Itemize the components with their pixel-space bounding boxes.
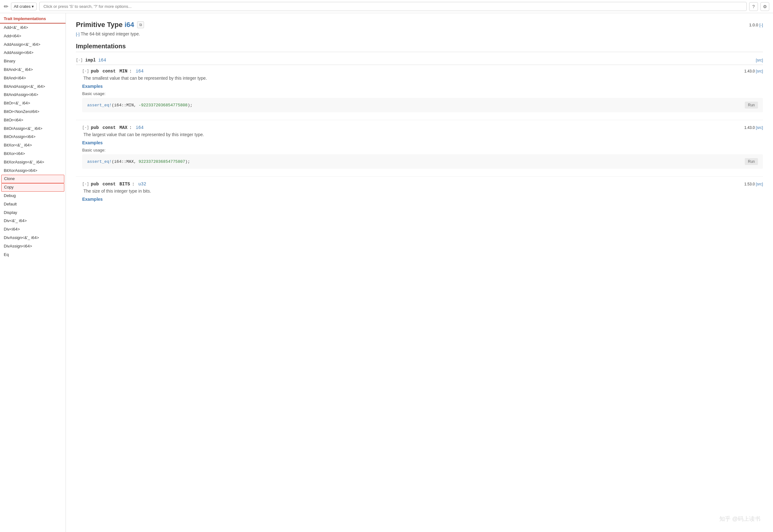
const-max-examples-title[interactable]: Examples: [82, 140, 763, 145]
sidebar-item-bitxorassign-ref-i64[interactable]: BitXorAssign<&'_ i64>: [0, 158, 66, 167]
const-max-item: [-] pub const MAX : i64 1.43.0 [src]: [76, 125, 763, 169]
impl-src-link[interactable]: [src]: [756, 58, 763, 62]
const-min-examples-title[interactable]: Examples: [82, 84, 763, 89]
crate-selector-arrow: ▾: [32, 4, 34, 9]
const-min-src-link[interactable]: [src]: [756, 69, 763, 73]
const-min-version-src: 1.43.0 [src]: [744, 69, 763, 73]
sidebar-item-default[interactable]: Default: [0, 200, 66, 209]
main-layout: Trait Implementations Add<&'_ i64> Add<i…: [0, 13, 773, 532]
sidebar-item-bitor-ref-i64[interactable]: BitOr<&'_ i64>: [0, 99, 66, 108]
page-description: [-] The 64-bit signed integer type.: [76, 31, 763, 36]
crate-selector[interactable]: All crates ▾: [11, 3, 37, 10]
sidebar-item-bitandassign-i64[interactable]: BitAndAssign<i64>: [0, 91, 66, 99]
const-max-type: i64: [136, 125, 143, 130]
const-bits-const: const: [103, 182, 116, 187]
const-min-desc: The smallest value that can be represent…: [82, 76, 763, 81]
run-min-button[interactable]: Run: [745, 102, 758, 109]
impl-header: [-] impl i64 [src]: [76, 56, 763, 65]
main-content: Primitive Type i64 ⧉ 1.0.0 [-] [-] The 6…: [66, 13, 773, 532]
page-title: Primitive Type i64: [76, 21, 134, 29]
const-min-header-left: [-] pub const MIN : i64: [82, 69, 144, 74]
sidebar-item-bitxorassign-i64[interactable]: BitXorAssign<i64>: [0, 167, 66, 175]
const-max-const: const: [103, 125, 116, 130]
const-min-collapse[interactable]: [-]: [82, 69, 89, 73]
description-collapse[interactable]: [-]: [76, 32, 80, 36]
pencil-icon[interactable]: ✏: [4, 3, 8, 10]
type-name: i64: [125, 21, 134, 29]
sidebar-item-bitand-i64[interactable]: BitAnd<i64>: [0, 74, 66, 82]
impl-type-name: i64: [98, 58, 106, 63]
code-fn-assert-eq: assert_eq!: [87, 103, 112, 108]
sidebar-item-binary[interactable]: Binary: [0, 57, 66, 66]
sidebar-item-divassign-i64[interactable]: DivAssign<i64>: [0, 242, 66, 251]
sidebar-item-eq[interactable]: Eq: [0, 251, 66, 259]
impl-header-right: [src]: [756, 58, 763, 62]
impl-collapse-btn[interactable]: [-]: [76, 58, 83, 62]
sidebar-item-bitxor-i64[interactable]: BitXor<i64>: [0, 150, 66, 158]
settings-button[interactable]: ⚙: [760, 2, 769, 11]
implementations-section-title: Implementations: [76, 43, 763, 52]
sidebar-item-bitorassign-i64[interactable]: BitOrAssign<i64>: [0, 133, 66, 141]
search-input[interactable]: [39, 2, 747, 11]
sidebar-item-addassign-i64[interactable]: AddAssign<i64>: [0, 49, 66, 57]
const-max-version-src: 1.43.0 [src]: [744, 125, 763, 130]
impl-block: [-] impl i64 [src] [-] pub const: [76, 56, 763, 202]
run-max-button[interactable]: Run: [745, 158, 758, 165]
const-bits-item: [-] pub const BITS : u32 1.53.0 [src]: [76, 182, 763, 202]
const-min-item: [-] pub const MIN : i64 1.43.0 [src]: [76, 69, 763, 112]
sidebar-title: Trait Implementations: [0, 13, 66, 24]
top-bar: ✏ All crates ▾ ? ⚙: [0, 0, 773, 13]
sidebar: Trait Implementations Add<&'_ i64> Add<i…: [0, 13, 66, 532]
const-max-header: [-] pub const MAX : i64 1.43.0 [src]: [82, 125, 763, 130]
sidebar-item-add-ref-i64[interactable]: Add<&'_ i64>: [0, 24, 66, 32]
const-bits-src-link[interactable]: [src]: [756, 182, 763, 186]
sidebar-item-bitandassign-ref-i64[interactable]: BitAndAssign<&'_ i64>: [0, 82, 66, 91]
help-button[interactable]: ?: [749, 2, 758, 11]
const-min-type: i64: [136, 69, 143, 74]
copy-type-button[interactable]: ⧉: [137, 21, 144, 28]
const-bits-name: BITS: [120, 182, 130, 187]
sidebar-item-bitand-ref-i64[interactable]: BitAnd<&'_ i64>: [0, 66, 66, 74]
const-max-code: assert_eq!(i64::MAX, 9223372036854775807…: [87, 159, 741, 164]
collapse-link[interactable]: [-]: [759, 23, 763, 27]
const-min-name: MIN: [120, 69, 127, 74]
crate-selector-label: All crates: [14, 4, 30, 9]
description-text: The 64-bit signed integer type.: [81, 31, 140, 36]
const-bits-header-left: [-] pub const BITS : u32: [82, 182, 146, 187]
sidebar-item-addassign-ref-i64[interactable]: AddAssign<&'_ i64>: [0, 40, 66, 49]
const-max-name: MAX: [120, 125, 127, 130]
sidebar-item-bitxor-ref-i64[interactable]: BitXor<&'_ i64>: [0, 141, 66, 150]
top-bar-icons: ? ⚙: [749, 2, 769, 11]
const-bits-type: u32: [138, 182, 146, 187]
const-max-collapse[interactable]: [-]: [82, 125, 89, 130]
sidebar-item-bitorassign-ref-i64[interactable]: BitOrAssign<&'_ i64>: [0, 125, 66, 133]
item-separator-1: [76, 120, 763, 120]
impl-header-left: [-] impl i64: [76, 58, 106, 63]
impl-keyword: impl: [85, 58, 96, 63]
const-min-const: const: [103, 69, 116, 74]
sidebar-item-divassign-ref-i64[interactable]: DivAssign<&'_ i64>: [0, 234, 66, 242]
sidebar-item-bitor-nonzeroi64[interactable]: BitOr<NonZeroI64>: [0, 108, 66, 116]
sidebar-item-debug[interactable]: Debug: [0, 192, 66, 200]
sidebar-item-div-i64[interactable]: Div<i64>: [0, 225, 66, 234]
sidebar-item-bitor-i64[interactable]: BitOr<i64>: [0, 116, 66, 125]
sidebar-item-clone[interactable]: Clone: [1, 175, 64, 183]
sidebar-item-display[interactable]: Display: [0, 209, 66, 217]
const-bits-desc: The size of this integer type in bits.: [82, 189, 763, 194]
const-min-pub: pub: [91, 69, 99, 74]
const-bits-collapse[interactable]: [-]: [82, 182, 89, 186]
const-max-code-block: assert_eq!(i64::MAX, 9223372036854775807…: [82, 154, 763, 169]
sidebar-item-copy[interactable]: Copy: [1, 183, 64, 192]
const-min-basic-usage: Basic usage:: [82, 91, 763, 96]
item-separator-2: [76, 176, 763, 177]
const-min-header: [-] pub const MIN : i64 1.43.0 [src]: [82, 69, 763, 74]
const-max-desc: The largest value that can be represente…: [82, 132, 763, 137]
const-bits-examples-title[interactable]: Examples: [82, 197, 763, 202]
const-bits-pub: pub: [91, 182, 99, 187]
const-max-src-link[interactable]: [src]: [756, 125, 763, 130]
sidebar-item-div-ref-i64[interactable]: Div<&'_ i64>: [0, 217, 66, 225]
primitive-type-label: Primitive Type: [76, 21, 123, 29]
const-bits-version-src: 1.53.0 [src]: [744, 182, 763, 186]
sidebar-item-add-i64[interactable]: Add<i64>: [0, 32, 66, 40]
const-max-pub: pub: [91, 125, 99, 130]
